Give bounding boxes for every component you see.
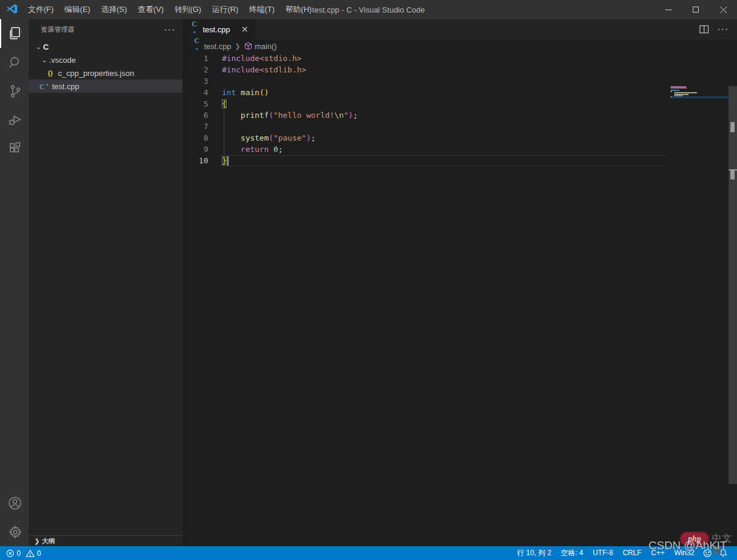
main-area: 资源管理器 ··· ⌄C⌄.vscode{}c_cpp_properties.j… <box>0 19 737 546</box>
current-line-highlight <box>220 155 667 166</box>
code-token: <stdlib.h> <box>260 65 306 74</box>
code-token: system <box>240 133 269 142</box>
minimap[interactable] <box>671 86 729 541</box>
code-text: return 0; <box>208 144 283 155</box>
tab-close-icon[interactable]: ✕ <box>239 25 251 34</box>
account-icon[interactable] <box>0 489 29 518</box>
status-encoding[interactable]: UTF-8 <box>588 546 618 560</box>
text-cursor <box>227 156 229 166</box>
search-icon[interactable] <box>0 48 29 77</box>
code-token: <stdio.h> <box>260 54 302 63</box>
tree-item-label: test.cpp <box>52 82 80 91</box>
sidebar-explorer: 资源管理器 ··· ⌄C⌄.vscode{}c_cpp_properties.j… <box>29 19 182 546</box>
outline-label: 大纲 <box>42 537 55 546</box>
code-token: "pause" <box>273 133 306 142</box>
source-control-icon[interactable] <box>0 77 29 105</box>
menu-item-4[interactable]: 转到(G) <box>169 0 207 19</box>
more-actions-icon[interactable]: ··· <box>717 27 729 32</box>
editor-actions: ··· <box>699 19 737 39</box>
status-eol-sequence[interactable]: CRLF <box>618 546 646 560</box>
code-line-3: 3 <box>182 75 737 87</box>
error-icon <box>6 549 14 558</box>
tree-item-c-cpp-properties-json[interactable]: {}c_cpp_properties.json <box>29 66 182 80</box>
status-indentation[interactable]: 空格: 4 <box>556 546 588 560</box>
menu-item-7[interactable]: 帮助(H) <box>280 0 317 19</box>
status-language-mode[interactable]: C++ <box>646 546 669 560</box>
code-token <box>222 111 240 120</box>
warning-icon <box>26 549 35 558</box>
code-line-9: 9 return 0; <box>182 144 737 155</box>
vertical-scrollbar[interactable] <box>729 86 737 546</box>
menu-item-2[interactable]: 选择(S) <box>96 0 132 19</box>
breadcrumb: C＋test.cpp❯main() <box>182 39 737 53</box>
scrollbar-thumb[interactable] <box>729 86 737 484</box>
vscode-logo-icon <box>6 4 18 16</box>
symbol-method-icon <box>244 42 252 50</box>
code-token: ) <box>306 133 311 142</box>
line-number: 5 <box>182 98 208 109</box>
settings-gear-icon[interactable] <box>0 518 29 546</box>
code-token <box>222 133 240 142</box>
line-number: 7 <box>182 121 208 132</box>
problems-status[interactable]: 0 0 <box>6 549 41 558</box>
minimap-line <box>671 91 672 92</box>
code-token <box>222 145 240 154</box>
code-line-6: 6 printf("hello world!\n"); <box>182 109 737 121</box>
line-number: 2 <box>182 64 208 75</box>
code-token: } <box>222 156 227 165</box>
tree-item-test-cpp[interactable]: C＋test.cpp <box>29 80 182 93</box>
status-bar: 0 0 行 10, 列 2空格: 4UTF-8CRLFC++Win32 <box>0 546 737 560</box>
cpp-file-icon: C＋ <box>39 81 49 92</box>
menu-item-1[interactable]: 编辑(E) <box>59 0 96 19</box>
status-cursor-position[interactable]: 行 10, 列 2 <box>512 546 556 560</box>
code-token: #include <box>222 65 260 74</box>
line-number: 6 <box>182 109 208 121</box>
menu-item-0[interactable]: 文件(F) <box>23 0 59 19</box>
sidebar-header: 资源管理器 ··· <box>29 19 182 40</box>
activity-bar-spacer <box>0 163 29 489</box>
minimize-button[interactable] <box>654 0 682 19</box>
extensions-icon[interactable] <box>0 134 29 163</box>
tree-item-c[interactable]: ⌄C <box>29 40 182 53</box>
code-text: system("pause"); <box>208 132 316 144</box>
tab-label: test.cpp <box>203 25 230 34</box>
status-platform[interactable]: Win32 <box>669 546 699 560</box>
code-token <box>269 145 273 154</box>
error-count: 0 <box>17 549 21 558</box>
tree-item--vscode[interactable]: ⌄.vscode <box>29 53 182 66</box>
close-button[interactable] <box>709 0 737 19</box>
code-token: ; <box>278 145 283 154</box>
file-tree: ⌄C⌄.vscode{}c_cpp_properties.jsonC＋test.… <box>29 40 182 93</box>
minimap-current-line <box>671 96 729 98</box>
tab-bar: C＋ test.cpp ✕ ··· <box>182 19 737 39</box>
warning-count: 0 <box>37 549 41 558</box>
breadcrumb-item-1[interactable]: main() <box>244 42 277 51</box>
code-token: ( <box>269 133 273 142</box>
code-editor[interactable]: 1#include<stdio.h>2#include<stdlib.h>34i… <box>182 53 737 546</box>
code-text: #include<stdlib.h> <box>208 64 306 75</box>
menu-item-3[interactable]: 查看(V) <box>132 0 169 19</box>
feedback-smiley-icon[interactable] <box>699 546 715 560</box>
code-token: ) <box>348 111 353 120</box>
menu-bar: 文件(F)编辑(E)选择(S)查看(V)转到(G)运行(R)终端(T)帮助(H) <box>23 0 317 19</box>
menu-item-5[interactable]: 运行(R) <box>206 0 243 19</box>
code-token: #include <box>222 54 260 63</box>
menu-item-6[interactable]: 终端(T) <box>243 0 280 19</box>
run-debug-icon[interactable] <box>0 105 29 134</box>
line-number: 8 <box>182 132 208 144</box>
code-token: \n <box>334 111 344 120</box>
maximize-button[interactable] <box>682 0 709 19</box>
code-line-2: 2#include<stdlib.h> <box>182 64 737 75</box>
explorer-more-actions-icon[interactable]: ··· <box>164 27 175 33</box>
line-number: 9 <box>182 144 208 155</box>
code-token: int <box>222 88 236 97</box>
code-token: printf <box>240 111 269 120</box>
outline-section-header[interactable]: ❯ 大纲 <box>29 535 182 546</box>
split-editor-icon[interactable] <box>699 25 709 34</box>
minimap-line <box>671 90 680 91</box>
notifications-bell-icon[interactable] <box>715 546 731 560</box>
json-file-icon: {} <box>45 69 55 77</box>
chevron-right-icon: ❯ <box>32 538 42 544</box>
explorer-icon[interactable] <box>0 19 29 48</box>
title-bar: 文件(F)编辑(E)选择(S)查看(V)转到(G)运行(R)终端(T)帮助(H)… <box>0 0 737 19</box>
